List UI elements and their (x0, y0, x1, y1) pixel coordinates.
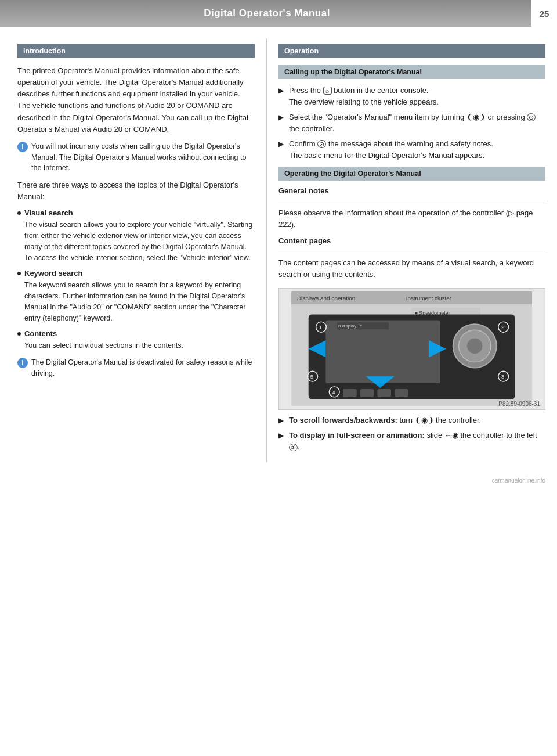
fullscreen-text: To display in full-screen or animation: … (289, 430, 545, 452)
circle-1-icon: ① (289, 444, 298, 451)
intro-section-header: Introduction (17, 44, 255, 58)
page-header: Digital Operator's Manual 25 (0, 0, 557, 27)
svg-rect-7 (326, 320, 441, 383)
watermark: carmanualonline.info (0, 474, 557, 485)
bullet-contents: Contents You can select individual secti… (17, 329, 255, 351)
page-number: 25 (531, 0, 557, 27)
sub-section-operating: Operating the Digital Operator's Manual (278, 167, 545, 181)
bullet-title-keyword: Keyword search (17, 269, 255, 278)
bullet-body-keyword: The keyword search allows you to search … (17, 280, 255, 323)
access-intro: There are three ways to access the topic… (17, 179, 255, 203)
arrow-icon-4: ▶ (278, 415, 285, 426)
bullet-label-contents: Contents (24, 329, 57, 338)
sub-section-calling: Calling up the Digital Operator's Manual (278, 65, 545, 79)
bullet-title-visual: Visual search (17, 208, 255, 217)
bullet-dot-visual (17, 211, 21, 215)
press-button-icon: ⌕ (323, 87, 332, 95)
scroll-instruction: ▶ To scroll forwards/backwards: turn ❨◉❩… (278, 415, 545, 426)
controller-image: Displays and operation Instrument cluste… (278, 288, 545, 410)
fullscreen-bold: To display in full-screen or animation: (289, 431, 425, 440)
svg-rect-24 (343, 389, 357, 397)
left-column: Introduction The printed Operator's Manu… (0, 38, 267, 462)
intro-paragraph: The printed Operator's Manual provides i… (17, 65, 255, 135)
arrow-icon-1: ▶ (278, 85, 285, 96)
svg-text:4: 4 (332, 389, 336, 395)
info-box-1: i You will not incur any costs when call… (17, 141, 255, 174)
step-2: ▶ Select the "Operator's Manual" menu it… (278, 111, 545, 134)
svg-rect-26 (378, 389, 392, 397)
bullet-visual-search: Visual search The visual search allows y… (17, 208, 255, 263)
step-1-text: Press the ⌕ button in the center console… (289, 85, 439, 107)
main-content: Introduction The printed Operator's Manu… (0, 27, 557, 474)
press-icon-1: ⊙ (527, 113, 536, 121)
operation-section-header: Operation (278, 44, 545, 58)
info-icon-2: i (17, 358, 28, 368)
bullet-title-contents: Contents (17, 329, 255, 338)
step-3-text: Confirm ⊙ the message about the warning … (289, 138, 493, 161)
bullet-body-visual: The visual search allows you to explore … (17, 219, 255, 263)
svg-text:3: 3 (501, 373, 505, 380)
press-icon-2: ⊙ (317, 140, 326, 148)
general-notes-label: General notes (278, 186, 545, 195)
controller-svg: Displays and operation Instrument cluste… (285, 291, 538, 406)
bullet-dot-keyword (17, 272, 21, 275)
svg-text:Displays and operation: Displays and operation (297, 295, 355, 301)
content-pages-label: Content pages (278, 236, 545, 245)
bullet-body-contents: You can select individual sections in th… (17, 340, 255, 351)
scroll-text: To scroll forwards/backwards: turn ❨◉❩ t… (289, 415, 481, 426)
bullet-dot-contents (17, 332, 21, 336)
bullet-keyword-search: Keyword search The keyword search allows… (17, 269, 255, 323)
fullscreen-instruction: ▶ To display in full-screen or animation… (278, 430, 545, 452)
arrow-icon-2: ▶ (278, 112, 285, 123)
dial-icon-1: ❨◉❩ (466, 113, 486, 121)
svg-text:2: 2 (501, 324, 504, 330)
bullet-label-visual: Visual search (24, 208, 73, 217)
step-3: ▶ Confirm ⊙ the message about the warnin… (278, 138, 545, 161)
svg-text:n display ™: n display ™ (339, 323, 363, 329)
general-notes-text: Please observe the information about the… (278, 207, 545, 231)
dial-icon-2: ❨◉❩ (415, 416, 434, 424)
svg-text:Instrument cluster: Instrument cluster (406, 295, 452, 301)
image-caption: P82.89-0906-31 (498, 401, 540, 407)
arrow-icon-3: ▶ (278, 139, 285, 149)
bullet-label-keyword: Keyword search (24, 269, 82, 278)
info-text-2: The Digital Operator's Manual is deactiv… (31, 357, 255, 379)
right-column: Operation Calling up the Digital Operato… (267, 38, 557, 462)
info-icon-1: i (17, 142, 28, 152)
content-pages-text: The content pages can be accessed by mea… (278, 257, 545, 280)
scroll-bold: To scroll forwards/backwards: (289, 416, 397, 424)
arrow-icon-5: ▶ (278, 430, 285, 441)
svg-point-13 (467, 338, 483, 354)
svg-text:5: 5 (310, 373, 314, 380)
svg-rect-25 (360, 389, 374, 397)
info-box-2: i The Digital Operator's Manual is deact… (17, 357, 255, 379)
divider-1 (278, 201, 545, 201)
header-title: Digital Operator's Manual (0, 8, 557, 19)
slide-icon: ←◉ (444, 431, 458, 440)
info-text-1: You will not incur any costs when callin… (31, 141, 255, 174)
step-1: ▶ Press the ⌕ button in the center conso… (278, 85, 545, 107)
svg-text:1: 1 (319, 324, 322, 330)
svg-rect-27 (395, 389, 408, 397)
step-2-text: Select the "Operator's Manual" menu item… (289, 111, 545, 134)
divider-2 (278, 251, 545, 251)
